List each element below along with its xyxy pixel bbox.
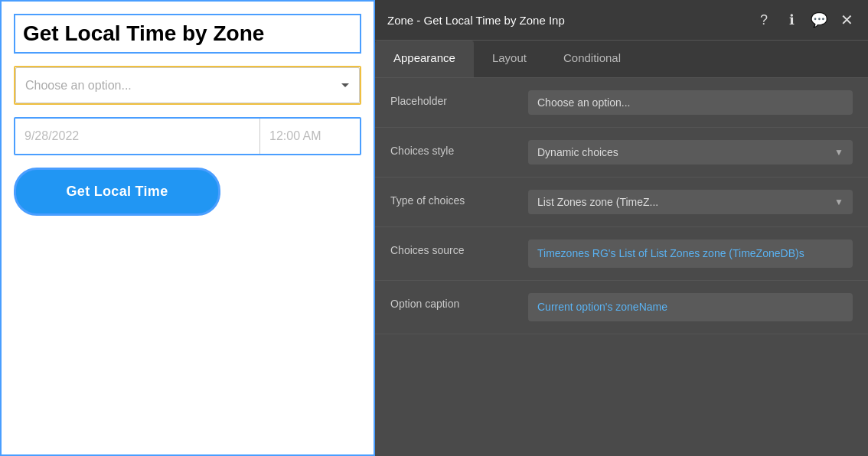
type-of-choices-dropdown[interactable]: List Zones zone (TimeZ... ▼ xyxy=(528,190,853,214)
close-icon[interactable]: ✕ xyxy=(837,11,856,29)
help-icon[interactable]: ? xyxy=(755,12,773,28)
property-choices-source: Choices source Timezones RG's List of Li… xyxy=(375,227,868,281)
tab-conditional[interactable]: Conditional xyxy=(545,41,639,77)
choices-style-arrow-icon: ▼ xyxy=(834,147,844,158)
choices-style-dropdown[interactable]: Dynamic choices ▼ xyxy=(528,140,853,164)
header-icons: ? ℹ 💬 ✕ xyxy=(755,11,856,29)
tabs-row: Appearance Layout Conditional xyxy=(375,41,868,78)
option-caption-value[interactable]: Current option's zoneName xyxy=(528,293,853,321)
type-of-choices-label: Type of choices xyxy=(390,190,513,207)
tab-appearance[interactable]: Appearance xyxy=(375,41,474,77)
choices-source-label: Choices source xyxy=(390,239,513,256)
time-field[interactable] xyxy=(260,119,360,154)
property-option-caption: Option caption Current option's zoneName xyxy=(375,281,868,334)
type-of-choices-arrow-icon: ▼ xyxy=(834,197,844,207)
datetime-row xyxy=(14,117,361,155)
comment-icon[interactable]: 💬 xyxy=(810,11,828,28)
app-title: Get Local Time by Zone xyxy=(14,14,361,54)
panel-title: Zone - Get Local Time by Zone Inp xyxy=(387,14,747,27)
choices-source-value[interactable]: Timezones RG's List of List Zones zone (… xyxy=(528,239,853,268)
zone-dropdown-wrapper: Choose an option... xyxy=(14,66,361,105)
property-choices-style: Choices style Dynamic choices ▼ xyxy=(375,128,868,178)
choices-style-label: Choices style xyxy=(390,140,513,157)
option-caption-label: Option caption xyxy=(390,293,513,310)
placeholder-value[interactable]: Choose an option... xyxy=(528,90,853,115)
property-type-of-choices: Type of choices List Zones zone (TimeZ..… xyxy=(375,178,868,227)
property-placeholder: Placeholder Choose an option... xyxy=(375,78,868,128)
placeholder-label: Placeholder xyxy=(390,90,513,107)
panel-content: Placeholder Choose an option... Choices … xyxy=(375,78,868,456)
info-icon[interactable]: ℹ xyxy=(782,11,801,28)
date-field[interactable] xyxy=(15,119,260,154)
right-panel: Zone - Get Local Time by Zone Inp ? ℹ 💬 … xyxy=(375,0,868,456)
zone-dropdown[interactable]: Choose an option... xyxy=(15,67,360,103)
tab-layout[interactable]: Layout xyxy=(474,41,545,77)
panel-header: Zone - Get Local Time by Zone Inp ? ℹ 💬 … xyxy=(375,0,868,41)
get-local-time-button[interactable]: Get Local Time xyxy=(14,168,220,216)
left-panel: Get Local Time by Zone Choose an option.… xyxy=(0,0,375,456)
